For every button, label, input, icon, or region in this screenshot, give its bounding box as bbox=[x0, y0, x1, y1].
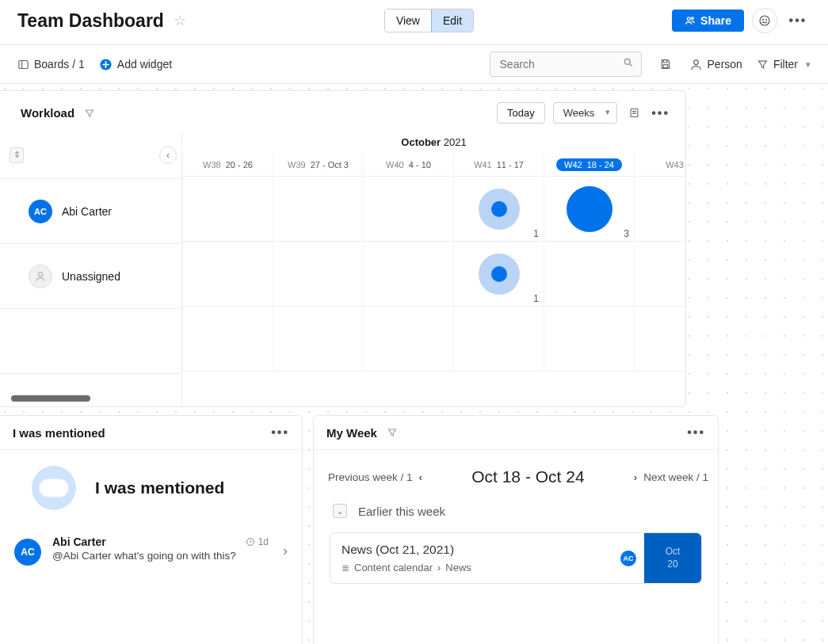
export-icon[interactable] bbox=[625, 107, 643, 119]
boards-crumb[interactable]: Boards / 1 bbox=[17, 58, 85, 70]
workload-people-column: ⇕ ‹ AC Abi Carter Unassigned bbox=[0, 131, 182, 407]
svg-point-1 bbox=[692, 17, 694, 20]
collapse-toggle-icon[interactable]: ⌄ bbox=[333, 504, 347, 518]
task-title: News (Oct 21, 2021) bbox=[342, 543, 612, 557]
workload-cell[interactable]: 1 bbox=[453, 177, 544, 242]
workload-cell[interactable] bbox=[544, 307, 634, 372]
mentions-title: I was mentioned bbox=[13, 426, 105, 440]
clock-icon bbox=[246, 537, 255, 547]
search-icon[interactable] bbox=[623, 57, 634, 68]
today-button[interactable]: Today bbox=[497, 102, 545, 124]
workload-cell[interactable] bbox=[453, 307, 544, 372]
myweek-menu-icon[interactable]: ••• bbox=[687, 425, 705, 440]
person-label: Person bbox=[708, 58, 742, 70]
workload-person-row[interactable]: Unassigned bbox=[0, 244, 181, 309]
boards-icon bbox=[17, 59, 29, 70]
mention-text: @Abi Carter what's going on with this? bbox=[52, 550, 269, 562]
mentions-menu-icon[interactable]: ••• bbox=[271, 425, 289, 440]
workload-cell[interactable] bbox=[634, 242, 685, 307]
view-mode-button[interactable]: View bbox=[385, 10, 431, 32]
workload-header: Workload Today Weeks ••• bbox=[0, 91, 685, 131]
mention-author: Abi Carter bbox=[52, 535, 106, 548]
workload-filter-icon[interactable] bbox=[84, 108, 95, 119]
list-icon: ≣ bbox=[342, 562, 349, 574]
page-title: Team Dashboard bbox=[17, 10, 164, 32]
workload-title: Workload bbox=[21, 106, 74, 120]
scale-select[interactable]: Weeks bbox=[553, 102, 618, 124]
workload-menu-icon[interactable]: ••• bbox=[651, 106, 670, 120]
save-icon[interactable] bbox=[656, 58, 675, 70]
week-column-header[interactable]: W39 27 - Oct 3 bbox=[273, 153, 363, 177]
workload-person-row[interactable]: AC Abi Carter bbox=[0, 179, 181, 244]
svg-point-15 bbox=[38, 272, 42, 276]
workload-count: 3 bbox=[624, 228, 629, 239]
week-column-header[interactable]: W41 11 - 17 bbox=[453, 153, 544, 177]
workload-cell[interactable] bbox=[273, 242, 363, 307]
sort-handle-icon[interactable]: ⇕ bbox=[10, 147, 24, 163]
myweek-title: My Week bbox=[326, 426, 377, 440]
chevron-down-icon: ▾ bbox=[806, 59, 811, 70]
edit-mode-button[interactable]: Edit bbox=[431, 10, 473, 32]
boards-label: Boards / 1 bbox=[34, 58, 85, 70]
mention-item[interactable]: AC Abi Carter 1d @Abi Carter what's goin… bbox=[0, 529, 302, 572]
workload-cell[interactable] bbox=[363, 242, 453, 307]
mention-time: 1d bbox=[246, 536, 269, 547]
task-assignee-avatar: AC bbox=[620, 551, 636, 566]
collapse-left-icon[interactable]: ‹ bbox=[159, 147, 177, 164]
svg-line-9 bbox=[629, 64, 631, 67]
avatar: AC bbox=[14, 539, 41, 566]
workload-cell[interactable]: 3 bbox=[544, 177, 634, 242]
workload-cell[interactable] bbox=[182, 307, 273, 372]
svg-point-11 bbox=[693, 59, 698, 64]
prev-week-button[interactable]: Previous week / 1 ‹ bbox=[328, 471, 422, 483]
search-input[interactable] bbox=[490, 51, 642, 77]
filter-button[interactable]: Filter ▾ bbox=[757, 58, 811, 70]
svg-rect-5 bbox=[19, 60, 28, 68]
add-widget-button[interactable]: Add widget bbox=[99, 58, 172, 71]
week-column-header[interactable]: W38 20 - 26 bbox=[182, 153, 273, 177]
share-button[interactable]: Share bbox=[672, 10, 744, 32]
more-menu-icon[interactable]: ••• bbox=[785, 8, 811, 33]
share-label: Share bbox=[700, 14, 731, 27]
svg-point-0 bbox=[687, 17, 690, 21]
header-bar: Team Dashboard ☆ View Edit Share ••• bbox=[0, 0, 828, 44]
myweek-filter-icon[interactable] bbox=[387, 427, 398, 438]
workload-cell[interactable] bbox=[273, 177, 363, 242]
workload-bubble[interactable] bbox=[567, 186, 612, 232]
week-column-header[interactable]: W42 18 - 24 bbox=[544, 153, 634, 177]
horizontal-scrollbar[interactable] bbox=[11, 395, 90, 402]
week-column-header[interactable]: W40 4 - 10 bbox=[363, 153, 453, 177]
workload-widget: Workload Today Weeks ••• ⇕ ‹ AC bbox=[0, 90, 686, 407]
workload-cell[interactable] bbox=[634, 177, 685, 242]
chevron-right-icon: › bbox=[634, 471, 638, 483]
mentions-widget: I was mentioned ••• I was mentioned AC A… bbox=[0, 415, 303, 644]
svg-point-4 bbox=[766, 19, 767, 20]
workload-cell[interactable] bbox=[634, 307, 685, 372]
search-box bbox=[490, 51, 642, 77]
workload-cell[interactable]: 1 bbox=[453, 242, 544, 307]
workload-bubble-inner bbox=[491, 201, 507, 217]
star-icon[interactable]: ☆ bbox=[174, 12, 186, 29]
chevron-right-icon[interactable]: › bbox=[280, 535, 288, 566]
workload-timeline[interactable]: October 2021 W38 20 - 26W39 27 - Oct 3W4… bbox=[182, 131, 685, 407]
feedback-icon[interactable] bbox=[752, 8, 777, 33]
week-group-header[interactable]: ⌄ Earlier this week bbox=[314, 501, 718, 528]
workload-cell[interactable] bbox=[182, 177, 273, 242]
week-column-header[interactable]: W43 2 bbox=[634, 153, 685, 177]
mentions-hero-text: I was mentioned bbox=[95, 478, 224, 497]
workload-count: 1 bbox=[533, 228, 539, 239]
next-week-button[interactable]: › Next week / 1 bbox=[634, 471, 708, 483]
task-card[interactable]: News (Oct 21, 2021) ≣ Content calendar ›… bbox=[330, 532, 702, 584]
workload-cell[interactable] bbox=[182, 242, 273, 307]
filter-label: Filter bbox=[773, 58, 798, 70]
workload-cell[interactable] bbox=[273, 307, 363, 372]
plus-circle-icon bbox=[99, 58, 113, 71]
mode-toggle: View Edit bbox=[384, 9, 474, 32]
workload-cell[interactable] bbox=[544, 242, 634, 307]
myweek-widget: My Week ••• Previous week / 1 ‹ Oct 18 -… bbox=[313, 415, 719, 644]
dashboard-canvas[interactable]: Workload Today Weeks ••• ⇕ ‹ AC bbox=[0, 84, 828, 644]
svg-rect-10 bbox=[663, 65, 667, 68]
workload-cell[interactable] bbox=[363, 307, 453, 372]
workload-cell[interactable] bbox=[363, 177, 453, 242]
person-filter[interactable]: Person bbox=[689, 58, 742, 71]
